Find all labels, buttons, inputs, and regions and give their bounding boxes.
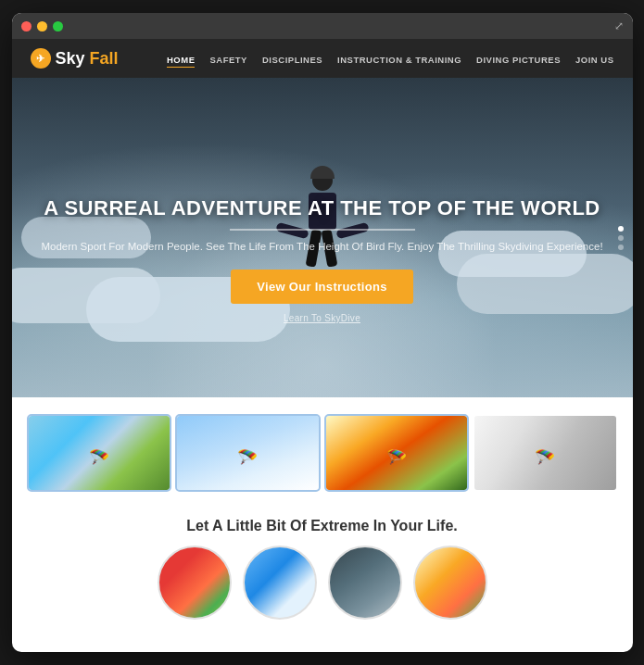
hero-title: A SURREAL ADVENTURE AT THE TOP OF THE WO… [40,196,605,220]
scroll-indicator [618,226,624,250]
hero-subtitle: Modern Sport For Modern People. See The … [40,238,605,255]
circle-image-4[interactable] [413,546,487,620]
view-instructions-button[interactable]: View Our Instructions [231,270,412,304]
title-bar: ⤢ [12,13,633,39]
browser-window: ⤢ ✈ SkyFall HOME SAFETY DISCIPLINES INST… [12,13,633,652]
nav-diving-pictures[interactable]: DIVING PICTURES [476,55,561,65]
circle-image-1[interactable] [158,546,232,620]
gallery-image-4[interactable]: 🪂 [474,416,616,490]
gallery-image-2[interactable]: 🪂 [177,416,319,490]
nav-join-us[interactable]: JOIN US [575,55,614,65]
logo-sky-text: Sky [56,49,85,69]
gallery-person-icon-3: 🪂 [386,447,407,468]
nav-safety[interactable]: SAFETY [209,55,246,65]
circle-image-3[interactable] [328,546,402,620]
nav-disciplines[interactable]: DISCIPLINES [262,55,322,65]
close-dot[interactable] [21,21,32,31]
scroll-dot-2[interactable] [618,235,624,241]
minimize-dot[interactable] [37,21,47,31]
gallery-image-1[interactable]: 🪂 [29,416,170,490]
circle-image-2[interactable] [243,546,317,620]
hero-divider [230,229,415,231]
nav-links: HOME SAFETY DISCIPLINES INSTRUCTION & TR… [167,50,614,67]
logo-fall-text: Fall [90,49,119,69]
nav-instruction[interactable]: INSTRUCTION & TRAINING [337,55,461,65]
logo-icon: ✈ [31,48,51,69]
hero-content: A SURREAL ADVENTURE AT THE TOP OF THE WO… [12,196,633,323]
gallery-person-icon-1: 🪂 [89,447,109,468]
gallery-person-icon-2: 🪂 [237,447,258,468]
logo[interactable]: ✈ SkyFall [31,48,119,69]
gallery-images: 🪂 🪂 🪂 🪂 [29,416,616,490]
maximize-dot[interactable] [53,21,63,31]
learn-link[interactable]: Learn To SkyDive [40,313,605,323]
gallery-person-icon-4: 🪂 [535,447,555,468]
section-title: Let A Little Bit Of Extreme In Your Life… [12,518,633,534]
expand-icon[interactable]: ⤢ [614,19,624,32]
circle-gallery [12,546,633,634]
gallery-section: 🪂 🪂 🪂 🪂 [12,397,633,501]
skydiver-head [312,170,333,191]
gallery-image-3[interactable]: 🪂 [326,416,468,490]
scroll-dot-1[interactable] [618,226,624,232]
nav-home[interactable]: HOME [167,55,196,68]
hero-section: A SURREAL ADVENTURE AT THE TOP OF THE WO… [12,78,633,397]
skydiver-helmet [310,166,335,179]
scroll-dot-3[interactable] [618,245,624,250]
section-heading: Let A Little Bit Of Extreme In Your Life… [12,501,633,546]
navbar: ✈ SkyFall HOME SAFETY DISCIPLINES INSTRU… [12,39,633,78]
